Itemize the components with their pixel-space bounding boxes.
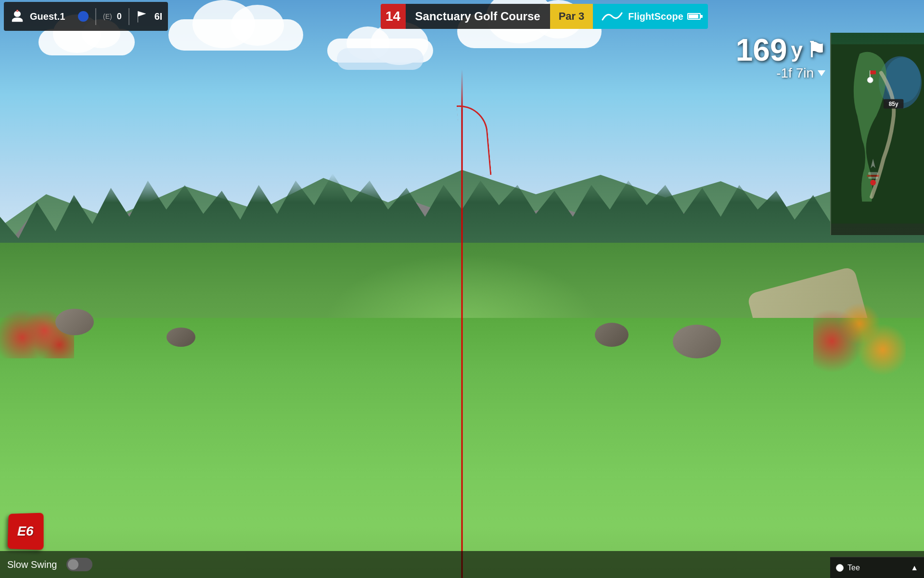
bottom-bar: Slow Swing — [0, 551, 924, 578]
player-avatar-icon — [10, 9, 25, 24]
svg-rect-10 — [867, 175, 879, 177]
secondary-distance-value: -1f 7in — [776, 66, 814, 81]
flightscope-panel: FlightScope — [593, 4, 707, 29]
rock-1 — [55, 309, 94, 335]
flowers-right — [813, 289, 906, 376]
svg-point-3 — [885, 57, 921, 103]
player-name: Guest.1 — [30, 11, 73, 22]
center-info: 14 Sanctuary Golf Course Par 3 FlightSco… — [168, 4, 924, 29]
par-label: Par — [559, 10, 576, 23]
event-label: (E) — [103, 13, 112, 20]
flag-indicator: ⚑ — [807, 39, 825, 61]
down-arrow-icon — [818, 70, 825, 76]
cloud-1 — [38, 29, 135, 55]
e6-text: E6 — [17, 523, 34, 539]
event-score: 0 — [117, 12, 122, 22]
distance-panel: 169y ⚑ -1f 7in — [736, 35, 825, 81]
club-name: 6I — [154, 11, 163, 22]
rock-4 — [595, 323, 629, 347]
hole-number-badge: 14 — [381, 4, 406, 29]
course-name: Sanctuary Golf Course — [406, 4, 550, 29]
battery-fill — [689, 14, 698, 18]
top-bar: Guest.1 (E) 0 6I 14 Sanctuary Golf Cours… — [0, 0, 924, 33]
slow-swing-toggle[interactable] — [66, 558, 92, 571]
tee-ball-icon — [836, 564, 844, 572]
score-bubble — [78, 11, 89, 22]
mini-map-footer: Tee ▲ — [830, 557, 924, 578]
tee-label: Tee — [847, 564, 860, 572]
flightscope-label: FlightScope — [628, 11, 683, 22]
rock-3 — [673, 325, 721, 358]
club-flag-icon — [136, 10, 150, 23]
e6-logo: E6 — [7, 513, 43, 549]
game-view: Guest.1 (E) 0 6I 14 Sanctuary Golf Cours… — [0, 0, 924, 578]
par-value: 3 — [578, 10, 584, 23]
expand-minimap-button[interactable]: ▲ — [911, 564, 918, 572]
par-badge: Par 3 — [550, 4, 593, 29]
flag-svg — [136, 10, 150, 23]
slow-swing-label: Slow Swing — [7, 559, 57, 570]
mm-distance-text: 85y — [889, 101, 898, 107]
svg-rect-9 — [868, 172, 878, 175]
toggle-knob — [68, 559, 78, 570]
mini-map-content: 85y — [831, 33, 924, 235]
cloud-5 — [337, 48, 424, 70]
rock-2 — [167, 328, 195, 347]
distance-yards: 169 — [736, 35, 787, 66]
flightscope-wave-icon — [600, 9, 624, 24]
svg-rect-11 — [868, 177, 878, 179]
battery-icon — [687, 13, 701, 20]
distance-secondary: -1f 7in — [736, 66, 825, 81]
svg-point-8 — [870, 180, 876, 185]
score-divider-2 — [128, 8, 129, 25]
score-divider — [95, 8, 96, 25]
mini-map[interactable]: 85y — [830, 33, 924, 235]
distance-main: 169y ⚑ — [736, 35, 825, 66]
distance-unit: y — [791, 39, 803, 61]
player-panel: Guest.1 (E) 0 6I — [4, 2, 168, 31]
svg-rect-7 — [870, 70, 876, 74]
avatar-svg — [11, 10, 24, 23]
tee-indicator: Tee — [836, 564, 860, 572]
minimap-svg: 85y — [831, 33, 924, 235]
e6-box: E6 — [8, 513, 44, 550]
